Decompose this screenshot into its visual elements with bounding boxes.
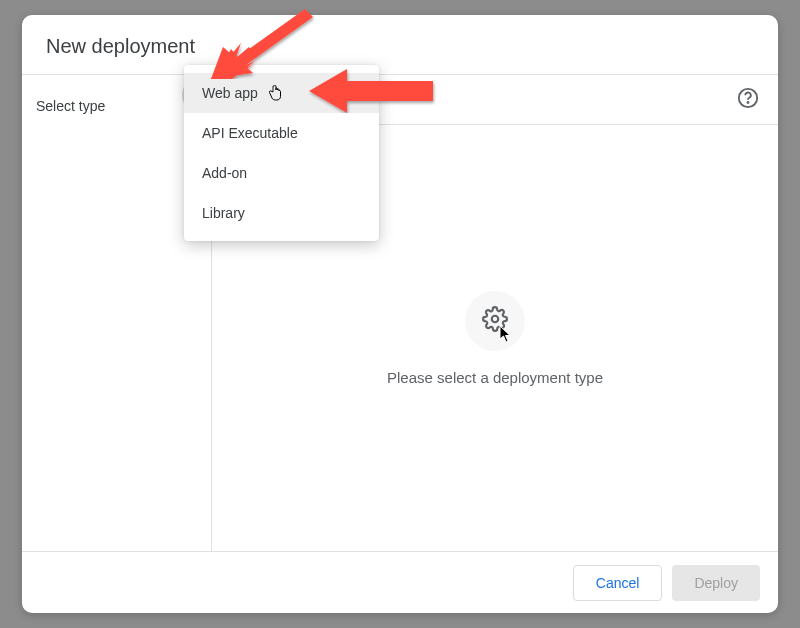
dropdown-item-api-executable[interactable]: API Executable [184, 113, 379, 153]
svg-rect-10 [341, 81, 433, 101]
gear-icon [482, 306, 508, 336]
cancel-button[interactable]: Cancel [573, 565, 663, 601]
annotation-arrow-icon [205, 1, 315, 79]
dialog-footer: Cancel Deploy [22, 551, 778, 613]
annotation-arrow-icon [307, 67, 437, 113]
new-deployment-dialog: New deployment Select type Configuration [22, 15, 778, 613]
dropdown-item-label: Library [202, 205, 245, 221]
dropdown-item-label: API Executable [202, 125, 298, 141]
placeholder-gear-circle [465, 291, 525, 351]
dropdown-item-label: Web app [202, 85, 258, 101]
svg-marker-11 [309, 69, 347, 113]
dropdown-item-library[interactable]: Library [184, 193, 379, 233]
dialog-title: New deployment [22, 15, 778, 75]
deploy-button[interactable]: Deploy [672, 565, 760, 601]
dialog-body: Select type Configuration [22, 75, 778, 551]
select-type-label: Select type [36, 98, 105, 114]
help-button[interactable] [736, 88, 760, 112]
help-icon [737, 87, 759, 112]
dropdown-item-add-on[interactable]: Add-on [184, 153, 379, 193]
svg-point-2 [747, 102, 748, 103]
dropdown-item-label: Add-on [202, 165, 247, 181]
select-deployment-message: Please select a deployment type [387, 369, 603, 386]
svg-point-3 [492, 315, 499, 322]
pointer-cursor-icon [268, 85, 282, 104]
